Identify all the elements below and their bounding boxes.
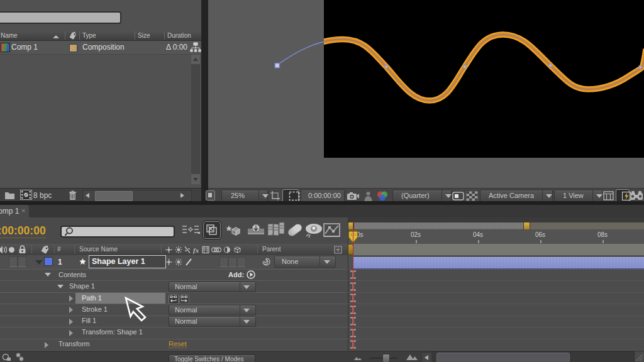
svg-text:fx: fx: [193, 246, 199, 254]
